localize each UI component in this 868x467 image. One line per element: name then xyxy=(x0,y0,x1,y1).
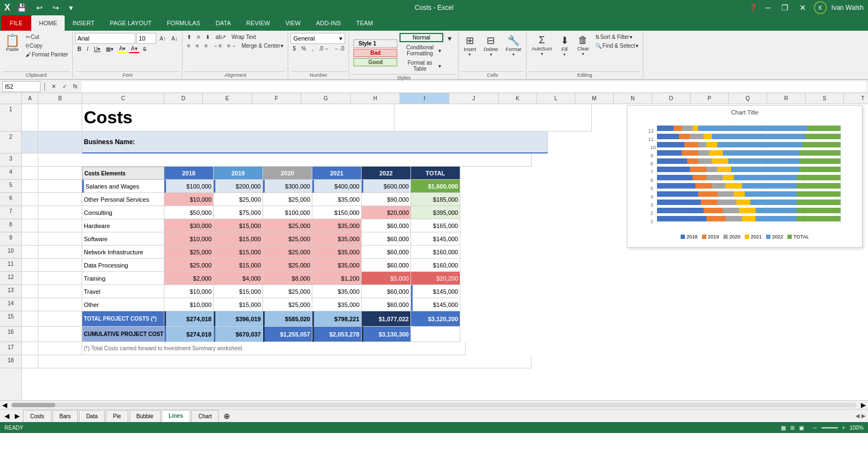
cell-empty-r18[interactable] xyxy=(38,355,532,368)
cell-11-2021[interactable]: $35,000 xyxy=(312,259,362,272)
cell-5-2022[interactable]: $600,000 xyxy=(362,180,411,193)
number-format-dropdown[interactable]: General ▾ xyxy=(290,33,345,44)
cell-6-2021[interactable]: $35,000 xyxy=(312,193,362,206)
row-header-2[interactable]: 2 xyxy=(0,132,21,153)
cell-10-2019[interactable]: $15,000 xyxy=(214,246,263,259)
insert-btn[interactable]: ⊞ Insert ▾ xyxy=(461,33,479,59)
cell-10-2021[interactable]: $35,000 xyxy=(312,246,362,259)
row-header-4[interactable]: 4 xyxy=(0,167,21,180)
font-color-btn[interactable]: A▾ xyxy=(129,44,140,53)
sort-filter-btn[interactable]: ⇅ Sort & Filter▾ xyxy=(593,33,640,41)
row-header-5[interactable]: 5 xyxy=(0,180,21,193)
cell-5-total[interactable]: $1,600,000 xyxy=(411,180,460,193)
row-header-12[interactable]: 12 xyxy=(0,272,21,285)
cell-12-2020[interactable]: $8,000 xyxy=(263,272,312,285)
col-header-O[interactable]: O xyxy=(652,93,690,104)
row-header-9[interactable]: 9 xyxy=(0,232,21,246)
cell-12-2019[interactable]: $4,000 xyxy=(214,272,263,285)
cell-hdr-2018[interactable]: 2018 xyxy=(164,167,214,180)
cell-11-2020[interactable]: $25,000 xyxy=(263,259,312,272)
row-header-10[interactable]: 10 xyxy=(0,246,21,259)
col-header-C[interactable]: C xyxy=(82,93,164,104)
row-header-17[interactable]: 17 xyxy=(0,342,21,355)
cell-7-2021[interactable]: $150,000 xyxy=(312,206,362,219)
cell-9-2022[interactable]: $60,000 xyxy=(362,232,411,246)
col-header-R[interactable]: R xyxy=(767,93,806,104)
decrease-font-btn[interactable]: A↓ xyxy=(169,35,180,43)
right-align-btn[interactable]: ≡ xyxy=(202,42,210,50)
percent-btn[interactable]: % xyxy=(299,44,309,53)
row-header-1[interactable]: 1 xyxy=(0,104,21,132)
sheet-tab-lines[interactable]: Lines xyxy=(162,410,190,422)
cell-8-2020[interactable]: $25,000 xyxy=(263,219,312,232)
quick-access-save[interactable]: 💾 xyxy=(14,3,30,12)
cell-9-2021[interactable]: $35,000 xyxy=(312,232,362,246)
cell-7-2018[interactable]: $50,000 xyxy=(164,206,214,219)
cell-cumul-2018[interactable]: $274,018 xyxy=(164,327,214,342)
cell-A6[interactable] xyxy=(22,193,38,206)
border-btn[interactable]: ▦▾ xyxy=(104,45,116,53)
col-header-F[interactable]: F xyxy=(252,93,301,104)
cell-hdr-2020[interactable]: 2020 xyxy=(263,167,312,180)
tab-scroll-left[interactable]: ◀ xyxy=(2,412,12,420)
sheet-tab-bubble[interactable]: Bubble xyxy=(129,410,161,422)
cell-14-2022[interactable]: $60,000 xyxy=(362,298,411,311)
cell-B12[interactable] xyxy=(38,272,82,285)
cell-13-2018[interactable]: $10,000 xyxy=(164,285,214,298)
cell-total-2022[interactable]: $1,077,022 xyxy=(362,311,411,327)
tab-file[interactable]: FILE xyxy=(1,15,31,31)
quick-access-undo[interactable]: ↩ xyxy=(33,3,46,12)
cell-cumul-2021[interactable]: $2,053,278 xyxy=(312,327,362,342)
tab-page-layout[interactable]: PAGE LAYOUT xyxy=(102,15,159,31)
cell-total-2019[interactable]: $396,019 xyxy=(214,311,263,327)
insert-function-btn[interactable]: fx xyxy=(71,82,80,90)
cell-9-2020[interactable]: $25,000 xyxy=(263,232,312,246)
cell-A14[interactable] xyxy=(22,298,38,311)
cell-8-2018[interactable]: $30,000 xyxy=(164,219,214,232)
cell-14-2020[interactable]: $25,000 xyxy=(263,298,312,311)
cell-total-2020[interactable]: $585,020 xyxy=(263,311,312,327)
cell-13-total[interactable]: $145,000 xyxy=(411,285,460,298)
cell-6-2020[interactable]: $25,000 xyxy=(263,193,312,206)
cell-B4[interactable] xyxy=(38,167,82,180)
scroll-right-btn[interactable]: ▶ xyxy=(859,401,868,409)
bottom-align-btn[interactable]: ⬇ xyxy=(203,33,212,41)
cell-11-2019[interactable]: $15,000 xyxy=(214,259,263,272)
formula-input[interactable] xyxy=(82,81,866,92)
cell-8-2021[interactable]: $35,000 xyxy=(312,219,362,232)
cell-11-total[interactable]: $160,000 xyxy=(411,259,460,272)
cell-5-2020[interactable]: $300,000 xyxy=(263,180,312,193)
cell-label-8[interactable]: Hardware xyxy=(82,219,164,232)
cell-7-2019[interactable]: $75,000 xyxy=(214,206,263,219)
tab-data[interactable]: DATA xyxy=(208,15,239,31)
col-header-L[interactable]: L xyxy=(537,93,575,104)
cell-total-label[interactable]: TOTAL PROJECT COSTS (*) xyxy=(82,311,164,327)
cell-A11[interactable] xyxy=(22,259,38,272)
cell-cumul-label[interactable]: CUMULATIVE PROJECT COSTS xyxy=(82,327,164,342)
fill-color-btn[interactable]: A▾ xyxy=(117,44,128,53)
cell-14-2019[interactable]: $15,000 xyxy=(214,298,263,311)
cell-10-2022[interactable]: $60,000 xyxy=(362,246,411,259)
cell-10-2018[interactable]: $25,000 xyxy=(164,246,214,259)
tab-formulas[interactable]: FORMULAS xyxy=(159,15,208,31)
confirm-formula-btn[interactable]: ✓ xyxy=(60,82,69,90)
sheet-tab-chart[interactable]: Chart xyxy=(191,410,219,422)
cell-14-total[interactable]: $145,000 xyxy=(411,298,460,311)
cell-A5[interactable] xyxy=(22,180,38,193)
tab-view[interactable]: VIEW xyxy=(278,15,309,31)
bold-btn[interactable]: B xyxy=(75,45,83,53)
cell-14-2018[interactable]: $10,000 xyxy=(164,298,214,311)
top-align-btn[interactable]: ⬆ xyxy=(185,33,193,41)
row-header-7[interactable]: 7 xyxy=(0,206,21,219)
copy-button[interactable]: ⎘ Copy xyxy=(24,42,70,50)
cell-A1[interactable] xyxy=(22,104,38,132)
tab-insert[interactable]: INSERT xyxy=(65,15,102,31)
sheet-tab-costs[interactable]: Costs xyxy=(23,410,52,422)
col-header-Q[interactable]: Q xyxy=(729,93,767,104)
cell-7-2022[interactable]: $20,000 xyxy=(362,206,411,219)
cell-10-2020[interactable]: $25,000 xyxy=(263,246,312,259)
cell-A10[interactable] xyxy=(22,246,38,259)
cell-hdr-costs-elements[interactable]: Costs Elements xyxy=(82,167,164,180)
row-header-3[interactable]: 3 xyxy=(0,153,21,167)
cut-button[interactable]: ✂ Cut xyxy=(24,33,70,41)
